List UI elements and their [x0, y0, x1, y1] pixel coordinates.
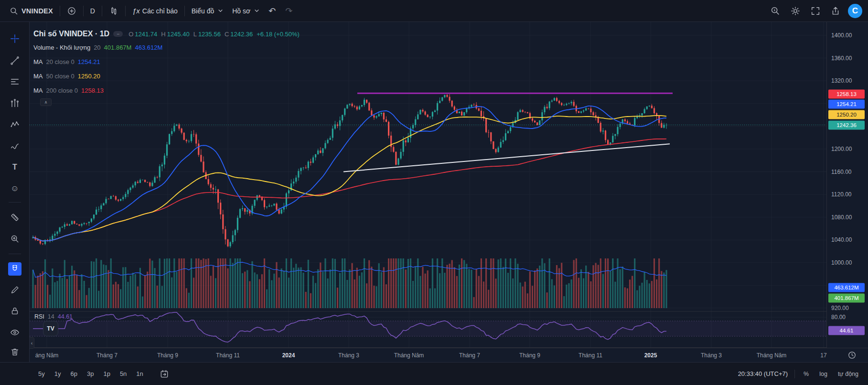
profile-menu-label: Hồ sơ: [232, 7, 250, 15]
bottom-toolbar: 5y1y6p3p1p5n1n 20:33:40 (UTC+7) % log tự…: [0, 362, 868, 385]
change-value: +6.18 (+0.50%): [257, 31, 300, 38]
time-axis[interactable]: áng NămTháng 7Tháng 9Tháng 112024Tháng 3…: [30, 348, 868, 362]
price-axis[interactable]: 1400.001360.001320.001200.001160.001120.…: [826, 22, 868, 348]
price-tick: 1400.00: [827, 32, 868, 39]
broker-logo[interactable]: C: [848, 4, 862, 18]
log-scale-toggle[interactable]: log: [817, 369, 829, 379]
rsi-legend: RSI 14 44.61: [34, 313, 73, 320]
toolbar-separator: [794, 370, 795, 378]
undo-button[interactable]: ↶: [264, 3, 280, 19]
range-button-1y[interactable]: 1y: [51, 368, 65, 380]
range-button-5y[interactable]: 5y: [34, 368, 49, 380]
pitchfork-tool[interactable]: [8, 97, 21, 110]
price-tick: 1040.00: [827, 236, 868, 243]
emoji-icon: ☺: [11, 184, 19, 193]
range-button-6p[interactable]: 6p: [66, 368, 81, 380]
range-button-5n[interactable]: 5n: [116, 368, 130, 380]
time-label: Tháng Năm: [757, 352, 787, 359]
redo-button[interactable]: ↷: [280, 3, 297, 19]
settings-button[interactable]: [788, 3, 803, 19]
ma50-legend: MA 50 close 0 1250.20: [33, 69, 300, 83]
rsi-value: 44.61: [58, 313, 73, 320]
range-button-1n[interactable]: 1n: [132, 368, 147, 380]
collapse-legend-button[interactable]: ∧: [40, 98, 52, 106]
trading-app: VNINDEX D ƒx Các chỉ báo Biể: [0, 0, 868, 385]
time-label: áng Năm: [35, 352, 59, 359]
crosshair-tool[interactable]: [8, 32, 21, 45]
price-label-badge: 401.867M: [828, 294, 865, 303]
zoom-in-tool[interactable]: [8, 232, 21, 246]
collapse-toolbar-tab[interactable]: ‹: [30, 337, 34, 349]
toolbar-separator: [60, 6, 60, 16]
percent-scale-toggle[interactable]: %: [802, 369, 811, 379]
magnet-tool[interactable]: [8, 262, 21, 276]
ma20-value: 1254.21: [78, 58, 100, 65]
high-label: H: [161, 31, 165, 38]
emoji-tool[interactable]: ☺: [8, 182, 21, 195]
fx-icon: ƒx: [132, 7, 140, 15]
chart-layout-menu[interactable]: Biểu đồ: [187, 3, 227, 19]
time-label: Tháng 3: [338, 352, 359, 359]
toolbar-divider: [9, 202, 21, 203]
time-label: 2024: [282, 352, 295, 359]
text-tool-icon: T: [12, 163, 17, 171]
measure-tool[interactable]: [8, 211, 21, 224]
toolbar-separator: [102, 6, 102, 16]
ma200-legend: MA 200 close 0 1258.13: [33, 83, 300, 97]
gear-icon: [790, 6, 801, 16]
quick-search-button[interactable]: [768, 3, 783, 19]
time-label: Tháng 9: [157, 352, 178, 359]
low-value: 1235.56: [198, 31, 221, 38]
volume-legend: Volume - Khối lượng 20 401.867M 463.612M: [33, 40, 300, 54]
time-label: Tháng 11: [579, 352, 602, 359]
time-label: Tháng Năm: [394, 352, 424, 359]
chart-style-button[interactable]: [104, 3, 123, 19]
price-label-badge: 1250.20: [828, 110, 865, 119]
toolbar-separator: [184, 6, 185, 16]
hide-drawings-tool[interactable]: [8, 326, 21, 339]
goto-date-button[interactable]: [157, 366, 172, 382]
rsi-length: 14: [48, 313, 54, 320]
time-label: Tháng 9: [519, 352, 540, 359]
volume-label: Volume - Khối lượng: [33, 44, 90, 51]
compare-add-symbol-button[interactable]: [62, 3, 81, 19]
price-label-badge: 1258.13: [828, 90, 865, 99]
text-tool[interactable]: T: [8, 160, 21, 174]
timezone-clock-icon[interactable]: [847, 351, 857, 360]
volume-value: 401.867M: [104, 44, 132, 51]
rsi-label: RSI: [34, 313, 44, 320]
share-button[interactable]: [828, 3, 843, 19]
redo-icon: ↷: [285, 7, 292, 15]
rsi-tick: 80.00: [827, 314, 868, 321]
range-buttons: 5y1y6p3p1p5n1n: [34, 368, 147, 380]
range-button-3p[interactable]: 3p: [83, 368, 97, 380]
chart-menu-label: Biểu đồ: [192, 7, 214, 15]
fullscreen-button[interactable]: [808, 3, 823, 19]
pattern-tool[interactable]: [8, 118, 21, 131]
profile-menu[interactable]: Hồ sơ: [227, 3, 264, 19]
time-label: 2025: [644, 352, 657, 359]
indicators-button[interactable]: ƒx Các chỉ báo: [128, 3, 182, 19]
symbol-search-button[interactable]: VNINDEX: [5, 3, 58, 19]
legend-more-button[interactable]: –: [113, 31, 123, 37]
chevron-down-icon: [255, 10, 259, 12]
brush-tool[interactable]: [8, 139, 21, 153]
price-tick: 1320.00: [827, 77, 868, 84]
trendline-tool[interactable]: [8, 54, 21, 67]
share-icon: [830, 6, 841, 16]
auto-scale-toggle[interactable]: tự động: [836, 369, 860, 379]
lock-tool[interactable]: [8, 304, 21, 318]
search-icon: [10, 7, 18, 15]
interval-button[interactable]: D: [86, 3, 100, 19]
high-value: 1245.40: [167, 31, 190, 38]
range-button-1p[interactable]: 1p: [99, 368, 114, 380]
chart-legend: Chỉ số VNINDEX · 1D – O1241.74 H1245.40 …: [33, 28, 300, 106]
price-label-badge: 1254.21: [828, 100, 865, 109]
volume-length: 20: [94, 44, 100, 51]
close-value: 1242.36: [230, 31, 253, 38]
open-label: O: [129, 31, 133, 38]
remove-drawings-tool[interactable]: [8, 345, 21, 359]
undo-icon: ↶: [268, 7, 276, 15]
pencil-tool[interactable]: [8, 283, 21, 297]
fib-lines-tool[interactable]: [8, 75, 21, 88]
